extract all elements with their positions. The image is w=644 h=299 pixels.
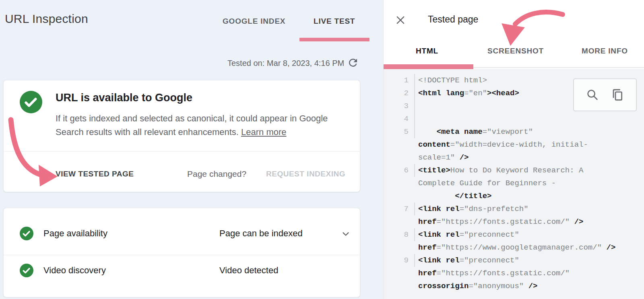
code-text: <link rel="preconnect" href="https://fon… [418,254,620,293]
code-toolbar [573,78,637,111]
url-inspection-screen: URL Inspection GOOGLE INDEX LIVE TEST Te… [0,0,644,299]
code-line: 7<link rel="dns-prefetch" href="https://… [384,203,644,228]
view-tested-page-button[interactable]: VIEW TESTED PAGE [56,170,134,178]
line-number: 8 [384,228,415,241]
url-inspection-pane: URL Inspection GOOGLE INDEX LIVE TEST Te… [0,0,383,299]
close-icon [395,14,406,26]
tested-page-panel: Tested page HTML SCREENSHOT MORE INFO 1<… [383,0,644,299]
code-line: 5 <meta name="viewport" content="width=d… [384,125,644,164]
code-text: <meta name="viewport" content="width=dev… [418,125,620,164]
close-button[interactable] [395,14,406,26]
check-label: Page availability [43,228,107,239]
line-number: 4 [384,113,415,125]
tab-more-info[interactable]: MORE INFO [582,47,628,55]
tab-google-index[interactable]: GOOGLE INDEX [223,17,285,26]
code-text: <link rel="preconnect" href="https://www… [418,228,620,254]
chevron-down-icon[interactable] [340,228,351,240]
result-description: If it gets indexed and selected as canon… [56,112,350,139]
checks-card: Page availability Page can be indexed Vi… [3,208,360,297]
code-text: <title>How to Do Keyword Research: A Com… [418,164,620,203]
refresh-test-button[interactable] [347,57,359,69]
page-changed-label: Page changed? [187,169,246,179]
page-title: URL Inspection [5,12,88,26]
panel-title: Tested page [428,14,478,25]
line-number: 7 [384,203,415,215]
live-test-active-underline [299,38,369,41]
code-line: 6<title>How to Do Keyword Research: A Co… [384,164,644,203]
card-divider [4,255,360,255]
line-number: 5 [384,125,415,138]
check-label: Video discovery [43,265,106,276]
result-heading: URL is available to Google [56,92,192,104]
search-icon[interactable] [586,88,599,102]
html-tab-active-underline [384,64,473,69]
line-number: 1 [384,74,415,87]
code-line: 4 [384,113,644,125]
result-card: URL is available to Google If it gets in… [3,80,360,192]
refresh-icon [347,57,359,69]
line-number: 3 [384,100,415,113]
result-description-text: If it gets indexed and selected as canon… [56,113,328,137]
line-number: 2 [384,87,415,100]
tab-screenshot[interactable]: SCREENSHOT [487,47,544,55]
line-number: 6 [384,164,415,177]
check-value: Page can be indexed [219,228,303,239]
success-check-icon [20,91,42,113]
card-divider [4,151,360,152]
tab-live-test[interactable]: LIVE TEST [314,17,355,26]
request-indexing-button[interactable]: REQUEST INDEXING [266,170,345,178]
html-source-view[interactable]: 1<!DOCTYPE html>2<html lang="en"><head>3… [384,69,644,299]
success-check-icon [20,264,33,277]
tab-html[interactable]: HTML [416,47,438,55]
code-line: 9<link rel="preconnect" href="https://fo… [384,254,644,293]
tested-on-timestamp: Tested on: Mar 8, 2023, 4:16 PM [227,59,344,68]
learn-more-link[interactable]: Learn more [241,127,287,137]
success-check-icon [20,227,33,240]
code-line: 8<link rel="preconnect" href="https://ww… [384,228,644,254]
line-number: 9 [384,254,415,267]
copy-icon[interactable] [611,88,624,102]
code-text: <link rel="dns-prefetch" href="https://f… [418,203,620,228]
check-value: Video detected [219,265,278,276]
